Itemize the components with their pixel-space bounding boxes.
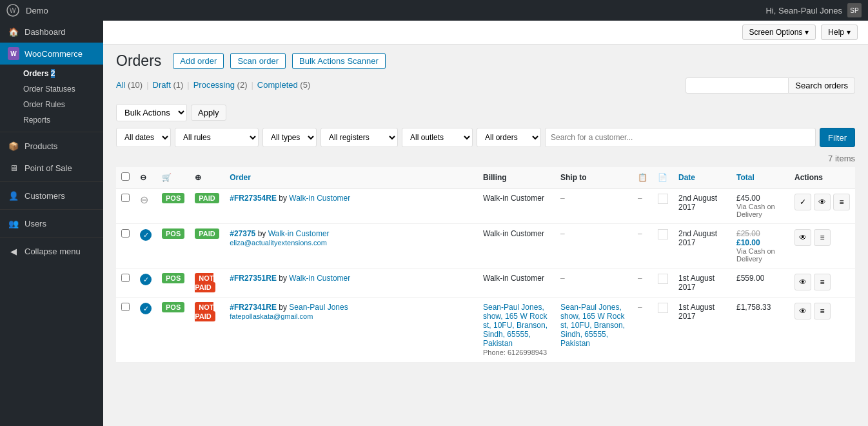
sidebar-item-label: Products <box>25 141 57 151</box>
customer-link[interactable]: Sean-Paul Jones <box>289 303 348 312</box>
row-checkbox[interactable] <box>121 194 130 202</box>
billing-cell: Walk-in Customer <box>478 269 555 298</box>
search-orders-button[interactable]: Search orders <box>789 77 855 94</box>
wp-logo-icon: W <box>6 4 19 17</box>
date-col-header[interactable]: Date <box>673 167 731 188</box>
tab-completed[interactable]: Completed (5) <box>257 80 310 90</box>
sidebar-item-dashboard[interactable]: 🏠 Dashboard <box>0 21 103 43</box>
customer-search-input[interactable] <box>545 128 816 147</box>
sidebar-item-point-of-sale[interactable]: 🖥 Point of Sale <box>0 157 103 179</box>
more-action-button[interactable]: ≡ <box>814 274 831 290</box>
order-link[interactable]: #FR27341RE <box>230 303 277 312</box>
sidebar-item-orders[interactable]: Orders 2 <box>23 66 103 81</box>
admin-bar: W Demo Hi, Sean-Paul Jones SP <box>0 0 868 21</box>
action-icons: 👁 ≡ <box>794 274 850 290</box>
select-all-checkbox[interactable] <box>121 172 130 181</box>
sidebar-item-label: Users <box>25 219 46 228</box>
types-filter[interactable]: All types <box>262 128 317 147</box>
customer-link[interactable]: Walk-in Customer <box>268 229 330 238</box>
scan-order-button[interactable]: Scan order <box>230 53 286 69</box>
order-link[interactable]: #FR27354RE <box>230 194 277 203</box>
help-button[interactable]: Help ▾ <box>821 25 858 40</box>
order-by: by <box>279 274 289 283</box>
screen-options-button[interactable]: Screen Options ▾ <box>742 25 816 40</box>
dates-filter[interactable]: All dates <box>116 128 171 147</box>
ship-cell: – <box>555 188 633 224</box>
docs-cell <box>653 224 673 269</box>
order-link[interactable]: #27375 <box>230 229 255 238</box>
date-cell: 2nd August 2017 <box>673 224 731 269</box>
pos-badge: POS <box>162 228 184 239</box>
orders-filter[interactable]: All orders <box>477 128 541 147</box>
sidebar: 🏠 Dashboard W WooCommerce Orders 2 Order… <box>0 21 103 426</box>
total-cell: £559.00 <box>731 269 789 298</box>
view-action-button[interactable]: 👁 <box>814 194 831 210</box>
outlets-filter[interactable]: All outlets <box>402 128 473 147</box>
screen-options-bar: Screen Options ▾ Help ▾ <box>103 21 868 45</box>
customers-icon: 👤 <box>8 190 19 201</box>
status-col-header: ⊖ <box>135 167 157 188</box>
registers-filter[interactable]: All registers <box>321 128 398 147</box>
sidebar-item-products[interactable]: 📦 Products <box>0 135 103 157</box>
notes-col-header: 📋 <box>633 167 653 188</box>
sidebar-item-order-rules[interactable]: Order Rules <box>23 97 103 112</box>
bulk-actions-scanner-button[interactable]: Bulk Actions Scanner <box>292 53 386 69</box>
date-cell: 1st August 2017 <box>673 298 731 363</box>
site-name[interactable]: Demo <box>26 6 48 15</box>
search-input[interactable] <box>686 77 789 94</box>
notes-cell: – <box>633 188 653 224</box>
tab-all[interactable]: All (10) <box>116 80 143 90</box>
customer-link[interactable]: Walk-in Customer <box>289 274 350 283</box>
billing-cell: Walk-in Customer <box>478 188 555 224</box>
page-title: Orders <box>116 52 161 70</box>
sidebar-item-label: WooCommerce <box>25 49 83 59</box>
table-row: ✓ POS PAID #27375 by Walk-in Customer el… <box>116 224 855 269</box>
action-icons: ✓ 👁 ≡ <box>794 194 850 210</box>
view-action-button[interactable]: 👁 <box>794 274 811 290</box>
rules-filter[interactable]: All rules <box>175 128 259 147</box>
billing-customer-link[interactable]: Sean-Paul Jones, show, 165 W Rock st, 10… <box>483 303 547 348</box>
sidebar-item-woocommerce[interactable]: W WooCommerce <box>0 43 103 65</box>
sidebar-item-users[interactable]: 👥 Users <box>0 212 103 234</box>
order-col-header[interactable]: Order <box>224 167 478 188</box>
docs-col-header: 📄 <box>653 167 673 188</box>
sidebar-item-customers[interactable]: 👤 Customers <box>0 185 103 207</box>
view-action-button[interactable]: 👁 <box>794 303 811 320</box>
customer-link[interactable]: Walk-in Customer <box>289 194 350 203</box>
row-checkbox[interactable] <box>121 274 130 282</box>
user-greeting: Hi, Sean-Paul Jones <box>765 6 842 15</box>
email-link[interactable]: fatepollaskata@gmail.com <box>230 312 313 320</box>
apply-button[interactable]: Apply <box>191 105 226 121</box>
add-order-button[interactable]: Add order <box>173 53 224 69</box>
sidebar-item-collapse[interactable]: ◀ Collapse menu <box>0 240 103 262</box>
ship-customer-link[interactable]: Sean-Paul Jones, show, 165 W Rock st, 10… <box>560 303 625 348</box>
complete-action-button[interactable]: ✓ <box>794 194 811 210</box>
more-action-button[interactable]: ≡ <box>833 194 850 210</box>
type-col-header: 🛒 <box>157 167 190 188</box>
orders-table: ⊖ 🛒 ⊕ Order Billing Ship to 📋 📄 Date Tot… <box>116 167 855 363</box>
filter-button[interactable]: Filter <box>820 128 855 147</box>
order-link[interactable]: #FR27351RE <box>230 274 277 283</box>
ship-cell: Sean-Paul Jones, show, 165 W Rock st, 10… <box>555 298 633 363</box>
products-icon: 📦 <box>8 140 19 152</box>
row-checkbox[interactable] <box>121 229 130 238</box>
action-icons: 👁 ≡ <box>794 303 850 320</box>
pos-badge: POS <box>162 193 184 203</box>
total-col-header[interactable]: Total <box>731 167 789 188</box>
more-action-button[interactable]: ≡ <box>814 229 831 246</box>
table-row: ⊖ POS PAID #FR27354RE by Walk-in Custome… <box>116 188 855 224</box>
paid-badge: PAID <box>195 228 219 239</box>
more-action-button[interactable]: ≡ <box>814 303 831 320</box>
main-content: Screen Options ▾ Help ▾ Orders Add order… <box>103 21 868 426</box>
view-action-button[interactable]: 👁 <box>794 229 811 246</box>
date-cell: 1st August 2017 <box>673 269 731 298</box>
tab-processing[interactable]: Processing (2) <box>193 80 248 90</box>
tab-draft[interactable]: Draft (1) <box>153 80 184 90</box>
sidebar-sub-woocommerce: Orders 2 Order Statuses Order Rules Repo… <box>0 65 103 129</box>
search-row: Search orders <box>686 77 855 94</box>
row-checkbox[interactable] <box>121 303 130 311</box>
sidebar-item-order-statuses[interactable]: Order Statuses <box>23 81 103 97</box>
sidebar-item-reports[interactable]: Reports <box>23 112 103 128</box>
bulk-actions-select[interactable]: Bulk Actions Delete <box>116 104 187 121</box>
email-link[interactable]: eliza@actualityextensions.com <box>230 239 327 247</box>
